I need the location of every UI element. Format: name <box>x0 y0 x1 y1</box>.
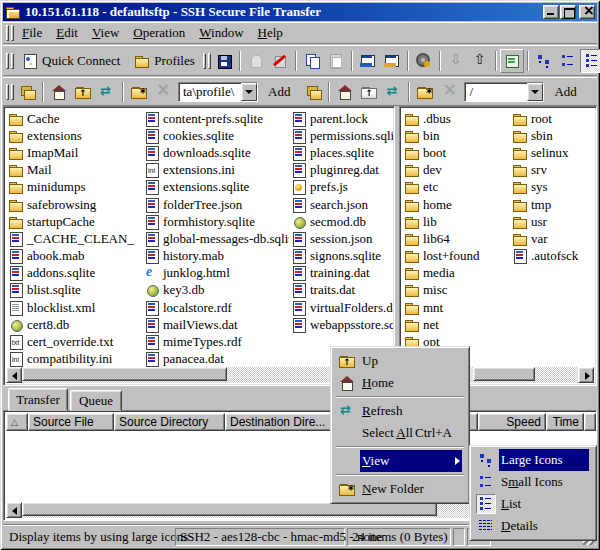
folder-item[interactable]: srv <box>512 162 594 179</box>
upload-button[interactable] <box>468 49 492 73</box>
file-item[interactable]: places.sqlite <box>291 144 393 161</box>
file-item[interactable]: mailViews.dat <box>144 316 289 333</box>
folder-item[interactable]: startupCache <box>8 213 142 230</box>
file-item[interactable]: content-prefs.sqlite <box>144 110 289 127</box>
folder-item[interactable]: sys <box>512 179 594 196</box>
file-item[interactable]: .autofsck <box>512 248 594 265</box>
file-item[interactable]: localstore.rdf <box>144 299 289 316</box>
file-item[interactable]: downloads.sqlite <box>144 144 289 161</box>
toolbar-grip[interactable] <box>208 53 211 69</box>
local-new-folder-button[interactable] <box>127 80 151 104</box>
file-item[interactable]: parent.lock <box>291 110 393 127</box>
column-header-sort[interactable]: △ <box>6 413 28 431</box>
file-item[interactable]: abook.mab <box>8 248 142 265</box>
local-add-button[interactable]: Add <box>261 80 297 104</box>
scroll-right-button[interactable] <box>578 367 594 383</box>
new-window-button[interactable] <box>500 49 524 73</box>
scrollbar-track[interactable] <box>22 367 376 383</box>
settings-button[interactable] <box>412 49 436 73</box>
file-item[interactable]: virtualFolders.da <box>291 299 393 316</box>
file-item[interactable]: webappsstore.sql <box>291 316 393 333</box>
file-item[interactable]: junklog.html <box>144 265 289 282</box>
title-bar[interactable]: 10.151.61.118 - defaultsftp - SSH Secure… <box>3 3 597 21</box>
chevron-down-icon[interactable] <box>527 83 543 101</box>
file-item[interactable]: search.json <box>291 196 393 213</box>
scroll-left-button[interactable] <box>6 502 22 518</box>
paste-button[interactable] <box>324 49 348 73</box>
menu-operation[interactable]: Operation <box>126 24 192 42</box>
toolbar-grip[interactable] <box>6 53 9 69</box>
file-item[interactable]: _CACHE_CLEAN_ <box>8 230 142 247</box>
file-item[interactable]: blocklist.xml <box>8 299 142 316</box>
folder-item[interactable]: ImapMail <box>8 144 142 161</box>
scrollbar-thumb[interactable] <box>22 367 227 381</box>
folder-item[interactable]: mnt <box>404 299 510 316</box>
folder-item[interactable]: extensions <box>8 127 142 144</box>
file-item[interactable]: session.json <box>291 230 393 247</box>
toolbar-grip[interactable] <box>203 53 206 69</box>
view-option-details[interactable]: Details <box>473 515 593 537</box>
menu-file[interactable]: File <box>15 24 49 42</box>
folder-item[interactable]: misc <box>404 282 510 299</box>
folder-item[interactable]: net <box>404 316 510 333</box>
menu-window[interactable]: Window <box>192 24 250 42</box>
list-view-button[interactable] <box>580 49 600 73</box>
column-header-speed[interactable]: Speed <box>478 413 546 431</box>
chevron-down-icon[interactable] <box>241 83 257 101</box>
local-up-button[interactable] <box>71 80 95 104</box>
folder-item[interactable]: etc <box>404 179 510 196</box>
file-item[interactable]: history.mab <box>144 248 289 265</box>
file-item[interactable]: key3.db <box>144 282 289 299</box>
folder-item[interactable]: .dbus <box>404 110 510 127</box>
column-header-time[interactable]: Time <box>546 413 584 431</box>
local-delete-button[interactable] <box>151 80 175 104</box>
file-item[interactable]: extensions.sqlite <box>144 179 289 196</box>
folder-item[interactable]: home <box>404 196 510 213</box>
remote-home-button[interactable] <box>333 80 357 104</box>
column-header-source-file[interactable]: Source File <box>28 413 114 431</box>
context-menu-item-refresh[interactable]: Refresh <box>334 400 466 422</box>
toolbar-grip[interactable] <box>6 25 9 41</box>
folder-item[interactable]: boot <box>404 144 510 161</box>
menu-help[interactable]: Help <box>251 24 290 42</box>
local-change-directory-button[interactable] <box>15 80 39 104</box>
file-item[interactable]: training.dat <box>291 265 393 282</box>
folder-item[interactable]: Cache <box>8 110 142 127</box>
file-item[interactable]: prefs.js <box>291 179 393 196</box>
minimize-button[interactable] <box>543 5 559 19</box>
file-item[interactable]: blist.sqlite <box>8 282 142 299</box>
folder-item[interactable]: tmp <box>512 196 594 213</box>
context-menu-item-new-folder[interactable]: New Folder <box>334 478 466 500</box>
toolbar-grip[interactable] <box>11 84 14 100</box>
folder-item[interactable]: media <box>404 265 510 282</box>
file-item[interactable]: panacea.dat <box>144 351 289 368</box>
file-item[interactable]: cookies.sqlite <box>144 127 289 144</box>
file-item[interactable]: global-messages-db.sqlite <box>144 230 289 247</box>
save-button[interactable] <box>212 49 236 73</box>
file-item[interactable]: pluginreg.dat <box>291 162 393 179</box>
file-item[interactable]: traits.dat <box>291 282 393 299</box>
file-item[interactable]: compatibility.ini <box>8 351 142 368</box>
file-item[interactable]: extensions.ini <box>144 162 289 179</box>
disconnect-button[interactable] <box>244 49 268 73</box>
local-file-list[interactable]: CacheextensionsImapMailMailminidumpssafe… <box>3 106 395 386</box>
folder-item[interactable]: selinux <box>512 144 594 161</box>
toolbar-grip[interactable] <box>6 84 9 100</box>
column-header-blank-7[interactable] <box>584 413 596 431</box>
file-item[interactable]: cert8.db <box>8 316 142 333</box>
column-header-source-directory[interactable]: Source Directory <box>114 413 225 431</box>
maximize-button[interactable] <box>560 5 576 19</box>
remote-delete-button[interactable] <box>437 80 461 104</box>
local-refresh-button[interactable] <box>95 80 119 104</box>
file-item[interactable]: formhistory.sqlite <box>144 213 289 230</box>
context-menu-item-home[interactable]: Home <box>334 372 466 394</box>
folder-item[interactable]: Mail <box>8 162 142 179</box>
file-item[interactable]: cert_override.txt <box>8 333 142 350</box>
profiles-button[interactable]: Profiles <box>127 49 201 73</box>
folder-item[interactable]: sbin <box>512 127 594 144</box>
folder-item[interactable]: lib64 <box>404 230 510 247</box>
new-file-transfer-window-button[interactable] <box>380 49 404 73</box>
file-item[interactable]: addons.sqlite <box>8 265 142 282</box>
context-menu-item-up[interactable]: Up <box>334 350 466 372</box>
copy-button[interactable] <box>300 49 324 73</box>
